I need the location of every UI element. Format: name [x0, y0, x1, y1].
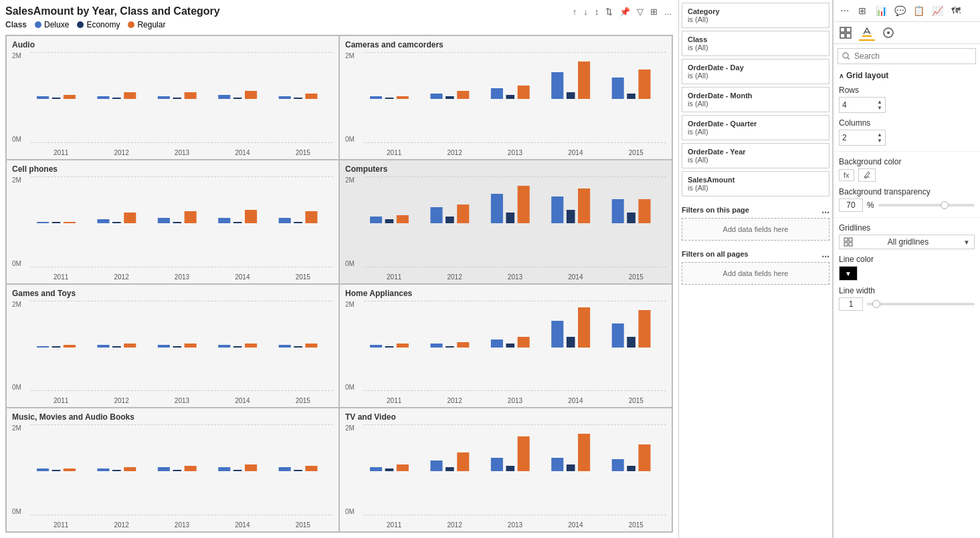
chart-cell-games[interactable]: Games and Toys 2M 0M	[6, 284, 339, 408]
x-label: 2012	[447, 397, 462, 404]
svg-rect-102	[279, 467, 291, 471]
more-icon[interactable]: ...	[663, 5, 673, 18]
dashed-line-bottom	[31, 267, 333, 267]
search-input[interactable]	[854, 51, 971, 61]
svg-rect-67	[173, 346, 181, 348]
rows-up-arrow[interactable]: ▲	[877, 99, 882, 105]
svg-rect-95	[124, 467, 136, 471]
svg-rect-30	[37, 222, 49, 223]
tab-icon-clipboard[interactable]: 📋	[910, 3, 926, 19]
focus-icon[interactable]: ⊞	[649, 5, 659, 18]
chart-cell-homeappliances[interactable]: Home Appliances 2M 0M	[339, 284, 672, 408]
transparency-thumb[interactable]	[941, 201, 949, 209]
right-panel-more[interactable]: ···	[838, 5, 852, 17]
svg-rect-132	[849, 238, 852, 241]
x-label: 2015	[296, 521, 310, 529]
columns-down-arrow[interactable]: ▼	[877, 138, 882, 144]
filter-item-0[interactable]: Categoryis (All)	[682, 3, 829, 28]
search-box[interactable]	[838, 48, 976, 64]
svg-rect-122	[840, 33, 845, 38]
chart-cell-computers[interactable]: Computers 2M 0M	[339, 160, 672, 284]
line-color-swatch[interactable]: ▼	[839, 266, 858, 281]
svg-rect-62	[64, 345, 76, 348]
gridlines-dropdown-arrow[interactable]: ▼	[963, 239, 970, 246]
svg-rect-27	[612, 78, 624, 99]
transparency-slider[interactable]	[878, 204, 975, 207]
fx-button[interactable]: fx	[839, 169, 854, 181]
sort-asc-icon[interactable]: ↑	[571, 5, 579, 18]
x-label: 2014	[568, 273, 583, 281]
chart-cell-cameras[interactable]: Cameras and camcorders 2M 0M	[339, 35, 672, 160]
svg-rect-1	[52, 98, 61, 99]
svg-rect-120	[840, 27, 845, 32]
filter-item-6[interactable]: SalesAmountis (All)	[682, 171, 829, 196]
chart-cell-cellphones[interactable]: Cell phones 2M 0M	[6, 160, 339, 284]
format-tab-format[interactable]	[859, 25, 875, 41]
charts-grid: Audio 2M 0M	[5, 35, 673, 533]
tab-icon-analytics[interactable]: 📈	[929, 3, 945, 19]
svg-rect-134	[849, 243, 852, 246]
columns-spinner-arrows[interactable]: ▲ ▼	[877, 132, 882, 144]
svg-rect-84	[551, 321, 563, 348]
filter-item-1[interactable]: Classis (All)	[682, 31, 829, 56]
filter-icon[interactable]: ▽	[635, 5, 645, 18]
svg-rect-5	[124, 92, 136, 99]
rows-spinner-arrows[interactable]: ▲ ▼	[877, 99, 882, 111]
legend-label-deluxe: Deluxe	[44, 20, 69, 29]
chart-body-music: 2M 0M	[12, 424, 333, 529]
format-tab-fields[interactable]	[838, 25, 854, 41]
line-width-slider[interactable]	[867, 303, 975, 305]
bars-svg-cameras	[364, 52, 666, 99]
x-label: 2013	[175, 521, 189, 529]
filter-item-2[interactable]: OrderDate - Dayis (All)	[682, 59, 829, 84]
add-fields-this-page[interactable]: Add data fields here	[682, 218, 829, 241]
columns-spinner[interactable]: 2 ▲ ▼	[839, 130, 886, 146]
svg-rect-3	[97, 96, 109, 99]
svg-rect-11	[245, 91, 257, 99]
dashed-line-top	[364, 176, 666, 177]
dashed-line-bottom	[364, 142, 666, 143]
tab-icon-map[interactable]: 🗺	[948, 3, 964, 19]
line-color-dropdown[interactable]: ▼	[845, 270, 852, 277]
dashed-line-bottom	[364, 515, 666, 515]
tab-icon-table[interactable]: ⊞	[854, 3, 870, 19]
pin-icon[interactable]: 📌	[618, 5, 631, 18]
chart-cell-audio[interactable]: Audio 2M 0M	[6, 35, 339, 160]
tab-icon-comment[interactable]: 💬	[892, 3, 908, 19]
svg-rect-31	[52, 222, 61, 223]
chart-plot-cameras	[364, 52, 666, 143]
y-labels-cellphones: 2M 0M	[12, 176, 28, 267]
eraser-icon	[863, 170, 871, 178]
sort-desc-icon[interactable]: ↓	[582, 5, 589, 18]
eraser-button[interactable]	[858, 168, 876, 182]
gridlines-select[interactable]: All gridlines ▼	[839, 235, 975, 249]
legend-item-regular: Regular	[128, 20, 165, 29]
filters-all-pages-more[interactable]: ...	[821, 249, 829, 259]
line-width-value[interactable]: 1	[839, 297, 863, 311]
y-labels-computers: 2M 0M	[345, 176, 361, 267]
columns-up-arrow[interactable]: ▲	[877, 132, 882, 138]
legend-title: Class	[5, 20, 27, 29]
add-fields-all-pages[interactable]: Add data fields here	[682, 262, 829, 285]
chevron-down-icon[interactable]: ∧	[839, 72, 844, 80]
svg-rect-103	[294, 470, 302, 471]
rows-down-arrow[interactable]: ▼	[877, 105, 882, 111]
rows-spinner[interactable]: 4 ▲ ▼	[839, 97, 886, 113]
filter-item-3[interactable]: OrderDate - Monthis (All)	[682, 87, 829, 112]
chart-title-computers: Computers	[345, 164, 666, 174]
format-tab-analytics[interactable]	[880, 25, 896, 41]
line-width-thumb[interactable]	[872, 300, 880, 308]
filter-item-5[interactable]: OrderDate - Yearis (All)	[682, 143, 829, 168]
svg-rect-0	[37, 96, 49, 99]
filter-item-4[interactable]: OrderDate - Quarteris (All)	[682, 115, 829, 140]
transparency-value[interactable]: 70	[839, 198, 863, 212]
chart-cell-tvvideo[interactable]: TV and Video 2M 0M	[339, 408, 672, 532]
svg-rect-34	[112, 222, 121, 223]
expand-icon[interactable]: ⇅	[604, 5, 614, 18]
chart-cell-music[interactable]: Music, Movies and Audio Books 2M 0M	[6, 408, 339, 532]
sort-both-icon[interactable]: ↕	[593, 5, 601, 18]
x-label: 2015	[296, 149, 310, 156]
filters-this-page-more[interactable]: ...	[821, 205, 829, 215]
svg-rect-9	[218, 95, 230, 99]
tab-icon-chart[interactable]: 📊	[873, 3, 889, 19]
